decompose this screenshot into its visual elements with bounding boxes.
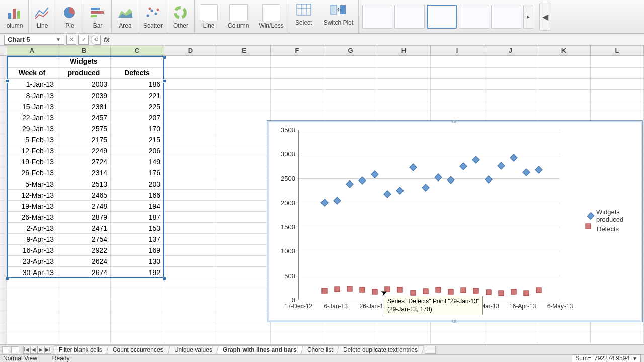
cell[interactable]: Defects [111,68,164,79]
fx-button[interactable]: ⟲ [91,35,101,45]
cell[interactable] [271,68,324,79]
cell[interactable] [217,68,271,79]
sheet-tab[interactable]: Filter blank cells [52,345,109,354]
row-header[interactable] [0,68,7,79]
cell[interactable] [324,333,377,344]
cell[interactable] [217,145,271,156]
selection-handle[interactable] [163,277,166,280]
cell[interactable] [164,101,217,112]
chart-type-scatter[interactable]: Scatter [139,0,167,33]
cell[interactable] [484,101,537,112]
formula-input[interactable] [113,35,644,45]
cell[interactable] [431,56,484,68]
cell[interactable]: 29-Jan-13 [7,123,57,134]
gallery-more-icon[interactable]: ▸ [523,5,533,29]
cell[interactable]: 187 [111,212,164,223]
cell[interactable]: 22-Jan-13 [7,112,57,123]
cell[interactable]: 2674 [57,267,111,278]
cell[interactable] [537,56,591,68]
cell[interactable]: 2175 [57,134,111,145]
cell[interactable]: 2879 [57,212,111,223]
cell[interactable] [164,112,217,123]
column-header-E[interactable]: E [217,46,271,55]
row-header[interactable] [0,311,7,322]
cell[interactable] [217,234,271,245]
defects-data-point[interactable] [486,290,492,295]
defects-data-point[interactable] [448,289,453,294]
row-header[interactable] [0,256,7,267]
cell[interactable] [484,79,537,90]
cell[interactable] [431,322,484,333]
cell[interactable] [217,333,271,344]
cell[interactable]: 2513 [57,178,111,190]
cell[interactable] [591,101,644,112]
row-header[interactable] [0,212,7,223]
chart-plot-area[interactable]: 050010001500200025003000350017-Dec-126-J… [298,130,560,300]
chart-style-4[interactable] [459,5,489,29]
cell[interactable] [164,289,217,300]
worksheet-grid[interactable]: ABCDEFGHIJKL WidgetsWeek ofproducedDefec… [0,46,644,351]
cell[interactable] [164,322,217,333]
switch-plot-button[interactable]: Switch Plot [318,0,358,33]
cell[interactable] [591,333,644,344]
cell[interactable] [217,101,271,112]
cell[interactable] [217,322,271,333]
cell[interactable] [324,56,377,68]
cell[interactable] [537,333,591,344]
cell[interactable]: 153 [111,223,164,234]
cell[interactable] [7,278,57,289]
table-row[interactable] [0,333,644,344]
widgets-data-point[interactable] [497,162,505,170]
row-header[interactable] [0,223,7,234]
cell[interactable] [111,322,164,333]
cell[interactable]: 194 [111,201,164,212]
row-header[interactable] [0,245,7,256]
widgets-data-point[interactable] [333,197,341,205]
cell[interactable] [591,68,644,79]
cell[interactable]: 130 [111,256,164,267]
cell[interactable] [164,56,217,68]
autosum-display[interactable]: Sum=792274.9594 ▼ [572,354,641,362]
cell[interactable]: 2-Apr-13 [7,223,57,234]
column-header-L[interactable]: L [591,46,644,55]
cell[interactable]: 2465 [57,190,111,201]
defects-data-point[interactable] [524,291,529,296]
cell[interactable] [591,56,644,68]
selection-handle[interactable] [163,79,166,83]
row-header[interactable] [0,333,7,344]
cell[interactable] [537,101,591,112]
cell[interactable] [164,278,217,289]
cell[interactable] [271,56,324,68]
cell[interactable]: 2624 [57,256,111,267]
chart-legend[interactable]: Widgets produced Defects [588,206,642,235]
cell[interactable] [111,278,164,289]
sheet-tab[interactable]: Unique values [168,345,219,354]
cell[interactable] [164,223,217,234]
defects-data-point[interactable] [397,287,403,293]
cell[interactable] [271,333,324,344]
defects-data-point[interactable] [460,288,466,293]
cell[interactable] [217,245,271,256]
cell[interactable] [377,79,431,90]
cell[interactable]: 12-Mar-13 [7,190,57,201]
cell[interactable] [591,79,644,90]
cell[interactable] [431,90,484,101]
cell[interactable] [217,289,271,300]
widgets-data-point[interactable] [447,176,455,184]
defects-data-point[interactable] [473,288,478,293]
cell[interactable] [164,234,217,245]
chart-type-pie[interactable]: Pie [56,0,84,33]
cell[interactable]: 225 [111,101,164,112]
cell[interactable]: 15-Jan-13 [7,101,57,112]
cell[interactable] [164,68,217,79]
cell[interactable]: 221 [111,90,164,101]
cell[interactable] [591,90,644,101]
cell[interactable]: 2754 [57,234,111,245]
column-header-J[interactable]: J [484,46,537,55]
cell[interactable]: 166 [111,190,164,201]
cell[interactable] [217,79,271,90]
chart-style-5[interactable] [491,5,521,29]
widgets-data-point[interactable] [434,174,442,182]
cell[interactable]: 206 [111,145,164,156]
cell[interactable] [217,178,271,190]
